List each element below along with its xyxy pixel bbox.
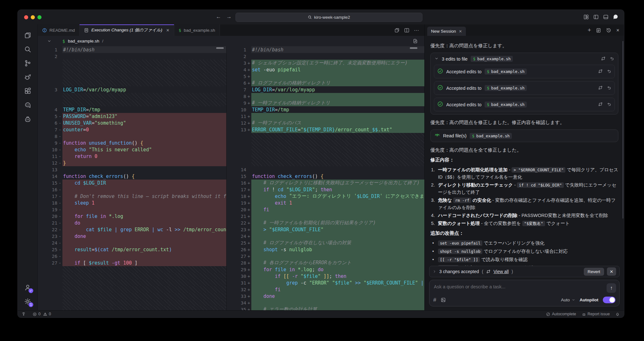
code-line[interactable] <box>62 239 226 246</box>
account-icon[interactable]: ✓ <box>21 280 35 294</box>
code-line[interactable]: # 一時ファイルを初期化(前回の実行結果をクリア) <box>251 220 424 226</box>
code-line[interactable] <box>251 113 424 120</box>
code-line[interactable]: TEMP_DIR=/tmp <box>251 106 424 113</box>
tab-readme[interactable]: README.md <box>38 24 80 36</box>
notifications-bell-icon[interactable] <box>615 312 620 316</box>
code-line[interactable]: fi <box>251 206 424 213</box>
run-debug-icon[interactable] <box>21 70 35 84</box>
code-line[interactable] <box>62 273 226 279</box>
task-list-icon[interactable] <box>596 28 601 33</box>
close-window-button[interactable] <box>24 15 28 19</box>
code-line[interactable] <box>62 66 226 73</box>
autocomplete-status[interactable]: Autocomplete <box>546 312 576 316</box>
code-line[interactable] <box>251 299 424 306</box>
extensions-icon[interactable] <box>21 84 35 98</box>
code-line[interactable] <box>62 73 226 80</box>
new-session-icon[interactable]: + <box>588 27 591 34</box>
code-line[interactable] <box>62 93 226 100</box>
kiro-robot-icon[interactable] <box>21 112 35 126</box>
chat-input-box[interactable]: ↑ # Auto Autopilot <box>429 280 620 306</box>
read-files-card[interactable]: Read file(s)$bad_example.sh <box>430 129 618 142</box>
code-line[interactable]: for file in *.log <box>62 213 226 220</box>
code-line[interactable]: echo "エラー: ログディレクトリ '$LOG_DIR' にアクセスできませ… <box>251 193 424 200</box>
chevron-down-icon[interactable] <box>47 39 51 43</box>
code-line[interactable]: function check_errors() { <box>62 173 226 180</box>
code-line[interactable] <box>251 73 424 80</box>
file-chip[interactable]: $bad_example.sh <box>471 56 513 62</box>
code-line[interactable]: # ログディレクトリに移動(失敗時はエラーメッセージを出力して終了) <box>251 180 424 186</box>
code-line[interactable]: TEMP_DIR=/tmp <box>62 106 226 113</box>
undo-icon[interactable] <box>607 69 611 75</box>
diff-compare-icon[interactable] <box>598 69 603 75</box>
code-line[interactable] <box>62 286 226 293</box>
file-chip[interactable]: $bad_example.sh <box>470 133 512 139</box>
code-line[interactable]: cat $file | grep ERROR | wc -l >> /tmp/e… <box>62 226 226 233</box>
code-line[interactable] <box>62 100 226 106</box>
code-line[interactable] <box>62 266 226 273</box>
code-line[interactable] <box>251 253 424 259</box>
errors-indicator[interactable]: 0 <box>33 312 41 316</box>
code-line[interactable]: # 一時ファイルのパス <box>251 120 424 126</box>
chat-tab-close-icon[interactable]: ✕ <box>459 29 462 34</box>
code-line[interactable]: LOG_DIR=/var/log/myapp <box>62 86 226 93</box>
code-line[interactable]: # 一時ファイルの格納ディレクトリ <box>251 100 424 106</box>
code-line[interactable]: done <box>251 293 424 299</box>
command-center-search[interactable]: kiro-week-sample2 <box>235 13 422 22</box>
history-icon[interactable] <box>606 28 611 33</box>
code-line[interactable] <box>62 293 226 299</box>
nav-back-icon[interactable]: ← <box>216 14 221 20</box>
chevron-down-icon[interactable] <box>435 56 439 62</box>
code-line[interactable]: UNUSED_VAR="something" <box>62 120 226 126</box>
code-line[interactable]: fi <box>251 286 424 293</box>
breadcrumb-file[interactable]: bad_example.sh <box>68 39 99 43</box>
chat-input[interactable] <box>434 284 586 289</box>
code-line[interactable] <box>62 133 226 140</box>
more-actions-icon[interactable]: ⋯ <box>414 27 419 33</box>
code-line[interactable]: if [ $result -gt 100 ] <box>62 259 226 266</box>
code-line[interactable]: cd $LOG_DIR <box>62 180 226 186</box>
undo-icon[interactable] <box>607 85 611 91</box>
code-line[interactable]: LOG_DIR=/var/log/myapp <box>251 86 424 93</box>
code-line[interactable]: exit 1 <box>251 200 424 206</box>
file-chip[interactable]: $bad_example.sh <box>485 85 527 91</box>
code-line[interactable]: done <box>62 233 226 239</box>
autopilot-toggle[interactable] <box>603 297 615 303</box>
attach-image-icon[interactable] <box>441 297 446 303</box>
diff-compare-icon[interactable] <box>598 85 603 91</box>
diff-compare-icon[interactable] <box>601 56 606 62</box>
code-line[interactable]: } <box>62 160 226 166</box>
code-line[interactable] <box>62 306 226 310</box>
diff-compare-icon[interactable] <box>598 102 603 108</box>
maximize-window-button[interactable] <box>37 15 42 19</box>
tab-execution-changes[interactable]: Execution Changes (1 個のファイル) ✕ <box>80 24 174 36</box>
code-line[interactable]: #!/bin/bash <box>62 46 226 53</box>
accepted-edit-row[interactable]: Accepted edits to$bad_example.sh <box>434 65 615 78</box>
code-line[interactable] <box>62 279 226 286</box>
code-line[interactable]: # Don't remove this line — script breaks… <box>62 193 226 200</box>
right-scrollbar-thumb[interactable] <box>410 47 417 49</box>
revert-button[interactable]: Revert <box>584 268 604 276</box>
code-line[interactable] <box>251 153 424 160</box>
code-line[interactable] <box>62 299 226 306</box>
code-line[interactable] <box>251 53 424 60</box>
code-line[interactable]: echo "This is never called" <box>62 146 226 153</box>
code-line[interactable]: > "$ERROR_COUNT_FILE" <box>251 226 424 233</box>
tab-close-icon[interactable]: ✕ <box>166 28 170 33</box>
remote-indicator-icon[interactable] <box>22 312 26 316</box>
split-editor-icon[interactable] <box>404 28 409 33</box>
chat-message-area[interactable]: 優先度：高の問題点を修正します。3 edits to file$bad_exam… <box>425 36 624 266</box>
code-line[interactable] <box>251 213 424 220</box>
accepted-edit-row[interactable]: Accepted edits to$bad_example.sh <box>434 81 615 95</box>
code-line[interactable] <box>251 166 424 173</box>
code-line[interactable]: counter=0 <box>62 126 226 133</box>
accepted-edit-row[interactable]: Accepted edits to$bad_example.sh <box>434 98 615 111</box>
code-line[interactable]: do <box>62 220 226 226</box>
code-line[interactable] <box>251 146 424 153</box>
code-line[interactable]: # 各ログファイルからERRORをカウント <box>251 259 424 266</box>
close-panel-icon[interactable]: ✕ <box>616 28 620 33</box>
file-chip[interactable]: $bad_example.sh <box>485 69 527 75</box>
diff-modified-pane[interactable]: 1#!/bin/bash23+# シェルオプション設定(エラー時に終了、未定義変… <box>226 46 424 310</box>
open-changes-icon[interactable] <box>394 28 400 33</box>
file-chip[interactable]: $bad_example.sh <box>485 102 527 108</box>
code-line[interactable]: return 0 <box>62 153 226 160</box>
